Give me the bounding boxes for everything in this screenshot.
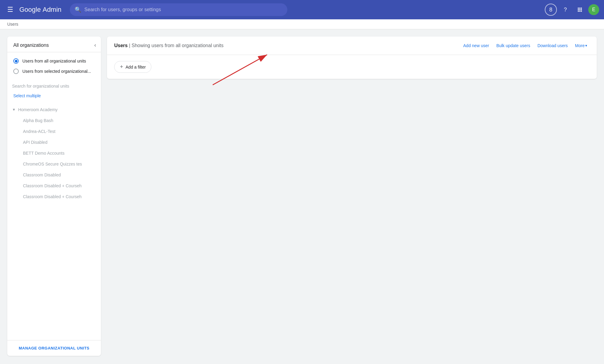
- list-item[interactable]: ChromeOS Secure Quizzes tes: [7, 159, 101, 169]
- radio-circle-selected: [13, 69, 19, 74]
- topnav-right-actions: 8 ? E: [545, 4, 599, 16]
- list-item[interactable]: API Disabled: [7, 137, 101, 148]
- more-actions-button[interactable]: More ▾: [573, 41, 589, 50]
- google-admin-logo[interactable]: Google Admin: [19, 6, 61, 14]
- user-avatar[interactable]: E: [588, 4, 599, 15]
- radio-label-selected: Users from selected organizational...: [22, 69, 91, 74]
- radio-circle-all: [13, 58, 19, 64]
- list-item[interactable]: Alpha Bug Bash: [7, 115, 101, 126]
- title-subtitle: Showing users from all organizational un…: [132, 43, 224, 48]
- collapse-panel-button[interactable]: ‹: [94, 42, 96, 48]
- search-input[interactable]: [84, 7, 283, 12]
- list-item[interactable]: Classroom Disabled + Courseh: [7, 191, 101, 202]
- top-navigation: ☰ Google Admin 🔍 8 ? E: [0, 0, 604, 19]
- download-users-link[interactable]: Download users: [535, 41, 570, 50]
- apps-grid-icon: [577, 7, 583, 13]
- main-layout: All organizations ‹ Users from all organ…: [0, 29, 604, 363]
- manage-org-units-button[interactable]: MANAGE ORGANIZATIONAL UNITS: [7, 340, 101, 356]
- admin-wordmark: Admin: [43, 6, 61, 14]
- add-filter-label: Add a filter: [126, 65, 146, 69]
- org-search-input[interactable]: [12, 82, 96, 90]
- plus-icon: +: [120, 64, 123, 70]
- right-panel-users: Users | Showing users from all organizat…: [107, 37, 597, 79]
- radio-selected-org-units[interactable]: Users from selected organizational...: [12, 66, 96, 76]
- google-wordmark: Google: [19, 6, 41, 14]
- org-tree: ▼ Homeroom Academy Alpha Bug Bash Andrea…: [7, 102, 101, 340]
- radio-all-org-units[interactable]: Users from all organizational units: [12, 56, 96, 66]
- users-panel-title: Users | Showing users from all organizat…: [114, 43, 224, 48]
- org-filter-radio-group: Users from all organizational units User…: [7, 52, 101, 80]
- bulk-update-users-link[interactable]: Bulk update users: [494, 41, 533, 50]
- search-icon: 🔍: [75, 6, 81, 13]
- list-item[interactable]: BETT Demo Accounts: [7, 148, 101, 159]
- add-new-user-link[interactable]: Add new user: [461, 41, 492, 50]
- chevron-down-icon: ▼: [12, 108, 16, 112]
- menu-icon[interactable]: ☰: [5, 3, 16, 16]
- list-item[interactable]: Classroom Disabled: [7, 169, 101, 180]
- org-parent-label: Homeroom Academy: [18, 107, 58, 112]
- left-panel-organizations: All organizations ‹ Users from all organ…: [7, 37, 101, 356]
- org-tree-children: Alpha Bug Bash Andrea-ACL-Test API Disab…: [7, 115, 101, 202]
- help-icon-button[interactable]: ?: [559, 4, 571, 16]
- all-organizations-title: All organizations: [13, 43, 49, 48]
- users-label: Users: [114, 43, 128, 48]
- title-separator: |: [129, 43, 132, 48]
- org-tree-parent-homeroom[interactable]: ▼ Homeroom Academy: [7, 104, 101, 115]
- support-number: 8: [549, 7, 552, 13]
- list-item[interactable]: Andrea-ACL-Test: [7, 126, 101, 137]
- right-panel-body: + Add a filter: [107, 55, 597, 79]
- apps-icon-button[interactable]: [574, 4, 586, 16]
- chevron-down-icon: ▾: [585, 43, 587, 48]
- support-badge[interactable]: 8: [545, 4, 557, 16]
- list-item[interactable]: Classroom Disabled + Courseh: [7, 180, 101, 191]
- global-search-bar[interactable]: 🔍: [70, 3, 287, 16]
- select-multiple-link[interactable]: Select multiple: [7, 92, 101, 102]
- breadcrumb: Users: [0, 19, 604, 29]
- add-filter-button[interactable]: + Add a filter: [114, 61, 151, 73]
- breadcrumb-users[interactable]: Users: [7, 22, 18, 27]
- left-panel-header: All organizations ‹: [7, 37, 101, 52]
- help-icon: ?: [564, 7, 567, 13]
- right-panel-actions: Add new user Bulk update users Download …: [461, 41, 589, 50]
- right-panel-header: Users | Showing users from all organizat…: [107, 37, 597, 55]
- right-panel-wrapper: Users | Showing users from all organizat…: [107, 37, 597, 356]
- radio-label-all: Users from all organizational units: [22, 59, 86, 63]
